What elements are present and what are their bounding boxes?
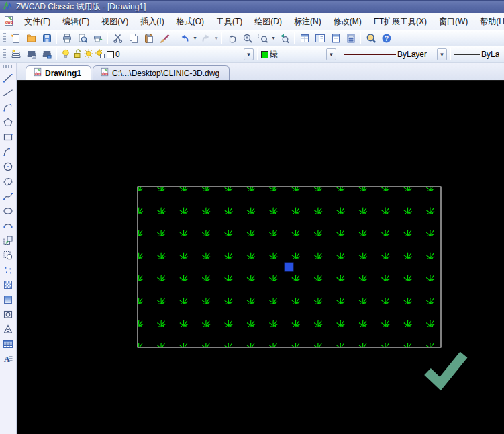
- toolbar-grip[interactable]: [3, 33, 6, 44]
- spline-tool-button[interactable]: [1, 189, 15, 203]
- bulb-on-icon[interactable]: [60, 48, 71, 61]
- construction-line-icon: [3, 87, 13, 98]
- sun-icon[interactable]: [83, 48, 94, 61]
- insert-block-tool-button[interactable]: [1, 234, 15, 247]
- match-properties-button[interactable]: [156, 31, 172, 45]
- drawing-canvas[interactable]: [17, 81, 504, 434]
- zoom-realtime-button[interactable]: [240, 31, 255, 45]
- color-combo-caret[interactable]: ▼: [326, 48, 336, 60]
- menu-item-ET扩展工具X[interactable]: ET扩展工具(X): [368, 14, 433, 30]
- polygon-tool-button[interactable]: [1, 116, 15, 129]
- menu-item-编辑E[interactable]: 编辑(E): [56, 14, 95, 30]
- svg-text:dwg: dwg: [5, 20, 13, 24]
- layer-combo[interactable]: 0 ▼: [59, 48, 255, 61]
- undo-button[interactable]: [177, 31, 192, 45]
- menu-item-视图V[interactable]: 视图(V): [95, 14, 134, 30]
- rectangle-tool-button[interactable]: [1, 130, 15, 144]
- help-button[interactable]: ?: [379, 31, 394, 45]
- wipeout-tool-button[interactable]: [1, 322, 15, 336]
- open-button[interactable]: [23, 31, 39, 45]
- insert-block-icon: [3, 235, 13, 246]
- paste-button[interactable]: [141, 31, 156, 45]
- menu-item-标注N[interactable]: 标注(N): [288, 14, 327, 30]
- selection-grip[interactable]: [285, 263, 293, 271]
- draw-toolbar: A: [0, 63, 17, 434]
- lineweight-sample: [454, 54, 480, 55]
- publish-button[interactable]: [90, 31, 105, 45]
- layer-states-button[interactable]: [23, 48, 39, 62]
- lineweight-combo[interactable]: ByLa: [453, 48, 503, 61]
- ellipse-arc-icon: [3, 220, 13, 231]
- color-combo[interactable]: 绿 ▼: [260, 48, 338, 61]
- menu-item-文件F[interactable]: 文件(F): [18, 14, 56, 30]
- menu-item-插入I[interactable]: 插入(I): [134, 14, 170, 30]
- redo-arrow-icon: [201, 33, 211, 44]
- hatch-tool-button[interactable]: [1, 278, 15, 292]
- arc-tool-button[interactable]: [1, 145, 15, 159]
- print-button[interactable]: [59, 31, 74, 45]
- svg-text:dwg: dwg: [35, 72, 42, 75]
- save-floppy-icon: [42, 33, 52, 44]
- redo-button[interactable]: [198, 31, 213, 45]
- dwg-file-icon[interactable]: dwg: [3, 15, 14, 28]
- ellipse-tool-button[interactable]: [1, 204, 15, 218]
- menu-item-格式O[interactable]: 格式(O): [170, 14, 210, 30]
- linetype-combo-caret[interactable]: ▼: [437, 48, 447, 60]
- point-tool-button[interactable]: [1, 263, 15, 277]
- zoom-window-button[interactable]: [255, 31, 270, 45]
- menu-item-绘图D[interactable]: 绘图(D): [248, 14, 288, 30]
- make-block-tool-button[interactable]: [1, 249, 15, 262]
- region-tool-button[interactable]: [1, 308, 15, 321]
- linetype-value: ByLayer: [397, 50, 427, 59]
- properties-palette-button[interactable]: [297, 31, 312, 45]
- toolbar-separator: [221, 32, 222, 44]
- table-icon: [3, 339, 13, 349]
- undo-button-dropdown[interactable]: ▾: [192, 35, 198, 41]
- document-tab-bar: dwgDrawing1dwgC:\...\Desktop\CLINIC-3D.d…: [17, 63, 504, 81]
- designcenter-button[interactable]: [312, 31, 327, 45]
- line-tool-button[interactable]: [1, 71, 15, 85]
- linetype-combo[interactable]: ByLayer ▼: [342, 48, 448, 61]
- layer-manager-button[interactable]: [8, 48, 23, 62]
- menu-item-帮助H[interactable]: 帮助(H): [474, 14, 504, 30]
- toolbar-grip[interactable]: [3, 49, 6, 60]
- toolbar-grip[interactable]: [3, 65, 13, 68]
- menu-item-修改M[interactable]: 修改(M): [327, 14, 368, 30]
- menu-item-工具T[interactable]: 工具(T): [210, 14, 248, 30]
- circle-tool-button[interactable]: [1, 160, 15, 173]
- lock-open-icon[interactable]: [72, 48, 83, 61]
- revision-cloud-tool-button[interactable]: [1, 175, 15, 188]
- save-button[interactable]: [39, 31, 54, 45]
- document-tab-1[interactable]: dwgDrawing1: [26, 65, 91, 80]
- pan-button[interactable]: [224, 31, 240, 45]
- zoom-window-button-dropdown[interactable]: ▾: [270, 35, 276, 41]
- table-tool-button[interactable]: [1, 337, 15, 351]
- zoom-previous-button[interactable]: [276, 31, 292, 45]
- dwg-file-icon: dwg: [33, 67, 42, 79]
- mtext-tool-button[interactable]: A: [1, 352, 15, 365]
- new-button[interactable]: [8, 31, 23, 45]
- copy-button[interactable]: [125, 31, 141, 45]
- find-button[interactable]: [363, 31, 379, 45]
- menu-item-窗口W[interactable]: 窗口(W): [433, 14, 474, 30]
- print-preview-button[interactable]: [74, 31, 90, 45]
- arc-icon: [3, 146, 13, 157]
- menu-bar: dwg 文件(F)编辑(E)视图(V)插入(I)格式(O)工具(T)绘图(D)标…: [0, 13, 504, 30]
- circle-icon: [3, 161, 13, 172]
- redo-button-dropdown[interactable]: ▾: [213, 35, 219, 41]
- polyline-tool-button[interactable]: [1, 101, 15, 114]
- cut-button[interactable]: [110, 31, 125, 45]
- ellipse-arc-tool-button[interactable]: [1, 219, 15, 232]
- toolbar-separator: [294, 32, 295, 44]
- ellipse-icon: [3, 206, 13, 216]
- sun-viewport-icon[interactable]: [95, 48, 105, 61]
- quickcalc-button[interactable]: [343, 31, 358, 45]
- gradient-tool-button[interactable]: [1, 293, 15, 306]
- toolbar-separator: [56, 32, 57, 44]
- layer-previous-button[interactable]: [39, 48, 54, 62]
- title-bar: ZWCAD Classic 试用版 - [Drawing1]: [0, 0, 504, 13]
- document-tab-2[interactable]: dwgC:\...\Desktop\CLINIC-3D.dwg: [93, 65, 230, 80]
- construction-line-tool-button[interactable]: [1, 86, 15, 99]
- tool-palettes-button[interactable]: [327, 31, 343, 45]
- layer-combo-caret[interactable]: ▼: [244, 48, 254, 60]
